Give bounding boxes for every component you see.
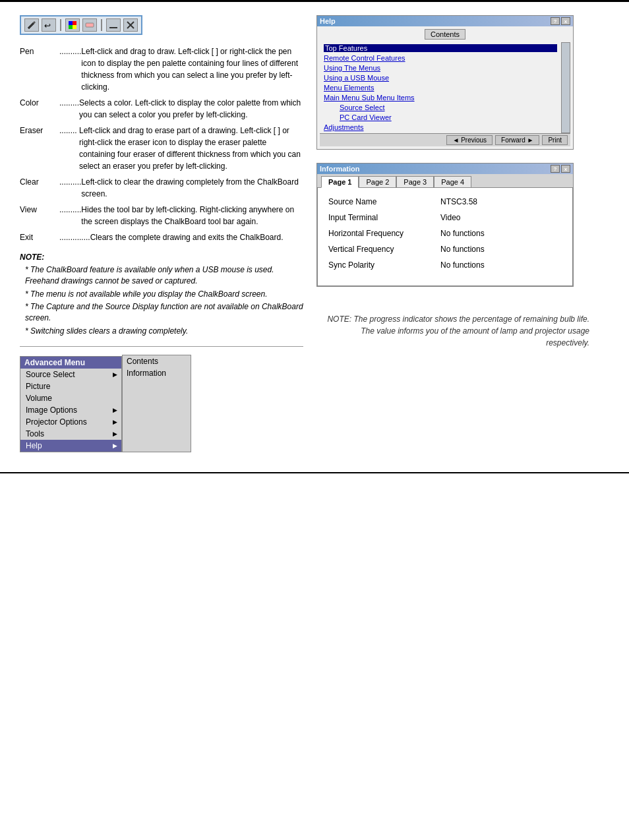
- term-pen: Pen: [20, 45, 59, 93]
- help-content-area: Top Features Remote Control Features Usi…: [320, 42, 561, 133]
- desc-exit: Exit .............. Clears the complete …: [20, 231, 303, 243]
- help-link-using-menus[interactable]: Using The Menus: [324, 64, 557, 72]
- menu-label-picture: Picture: [26, 382, 50, 391]
- desc-view: View .......... Hides the tool bar by le…: [20, 204, 303, 227]
- dots-clear: ..........: [59, 176, 81, 200]
- note-item-1: The menu is not available while you disp…: [25, 289, 303, 300]
- help-tab-bar: Contents: [320, 29, 570, 40]
- minimize-icon[interactable]: [106, 18, 121, 32]
- bottom-note-line1: NOTE: The progress indicator shows the p…: [316, 313, 589, 325]
- dots-view: ..........: [59, 204, 81, 227]
- svg-text:↩: ↩: [44, 21, 51, 30]
- dots-eraser: ........: [59, 125, 79, 172]
- help-scrollbar[interactable]: [561, 42, 570, 133]
- info-tab-page1[interactable]: Page 1: [321, 176, 359, 188]
- help-titlebar: Help ? x: [317, 16, 573, 26]
- help-link-main-menu[interactable]: Main Menu Sub Menu Items: [324, 94, 557, 102]
- def-view: Hides the tool bar by left-clicking. Rig…: [81, 204, 303, 227]
- menu-item-volume[interactable]: Volume: [20, 392, 121, 404]
- pen-icon[interactable]: [24, 18, 39, 32]
- prev-button[interactable]: ◄ Previous: [446, 135, 493, 145]
- help-link-source-select[interactable]: Source Select: [340, 104, 557, 111]
- menu-item-source-select[interactable]: Source Select ▶: [20, 369, 121, 380]
- info-row-sync-polarity: Sync Polarity No functions: [328, 260, 562, 270]
- eraser-icon[interactable]: [82, 18, 97, 32]
- toolbar: ↩: [20, 15, 142, 35]
- help-close-btn[interactable]: x: [561, 17, 570, 25]
- info-body: Source Name NTSC3.58 Input Terminal Vide…: [317, 188, 573, 286]
- undo-icon[interactable]: ↩: [42, 18, 56, 32]
- info-value-input-terminal: Video: [440, 213, 460, 222]
- menu-label-help: Help: [26, 441, 42, 450]
- bottom-note-line2: The value informs you of the amount of l…: [316, 325, 589, 349]
- svg-rect-2: [73, 21, 76, 25]
- arrow-projector-options: ▶: [113, 419, 117, 425]
- menu-label-volume: Volume: [26, 394, 52, 403]
- info-title: Information: [320, 165, 360, 173]
- info-label-sync-polarity: Sync Polarity: [328, 260, 440, 270]
- menu-item-image-options[interactable]: Image Options ▶: [20, 404, 121, 416]
- help-nav-bar: ◄ Previous Forward ► Print: [320, 133, 570, 146]
- info-tab-page2[interactable]: Page 2: [359, 176, 396, 187]
- term-eraser: Eraser: [20, 125, 59, 172]
- menu-label-projector-options: Projector Options: [26, 417, 87, 427]
- help-win-controls: ? x: [551, 17, 570, 25]
- info-label-source-name: Source Name: [328, 197, 440, 206]
- help-link-top-features[interactable]: Top Features: [324, 44, 557, 52]
- menu-item-tools[interactable]: Tools ▶: [20, 428, 121, 440]
- desc-color: Color ......... Selects a color. Left-cl…: [20, 97, 303, 121]
- color-icon[interactable]: [65, 18, 80, 32]
- info-tab-page3[interactable]: Page 3: [396, 176, 434, 187]
- info-titlebar: Information ? x: [317, 164, 573, 174]
- info-value-sync-polarity: No functions: [440, 260, 485, 270]
- help-link-adjustments[interactable]: Adjustments: [324, 123, 557, 131]
- advanced-menu: Advanced Menu Source Select ▶ Picture Vo…: [20, 356, 122, 452]
- help-tab-contents[interactable]: Contents: [425, 29, 465, 40]
- desc-eraser: Eraser ........ Left-click and drag to e…: [20, 125, 303, 172]
- submenu-information[interactable]: Information: [123, 367, 191, 379]
- print-button[interactable]: Print: [542, 135, 568, 145]
- bottom-note: NOTE: The progress indicator shows the p…: [316, 313, 609, 349]
- arrow-image-options: ▶: [113, 407, 117, 413]
- forward-button[interactable]: Forward ►: [495, 135, 539, 145]
- left-column: ↩ Pen: [20, 15, 303, 452]
- dots-pen: ..........: [59, 45, 81, 93]
- note-title: NOTE:: [20, 253, 303, 262]
- desc-clear: Clear .......... Left-click to clear the…: [20, 176, 303, 200]
- info-row-source-name: Source Name NTSC3.58: [328, 197, 562, 206]
- menu-item-projector-options[interactable]: Projector Options ▶: [20, 416, 121, 428]
- desc-pen: Pen .......... Left-click and drag to dr…: [20, 45, 303, 93]
- advanced-menu-title: Advanced Menu: [20, 357, 121, 369]
- help-link-remote-control[interactable]: Remote Control Features: [324, 54, 557, 62]
- submenu-contents[interactable]: Contents: [123, 355, 191, 367]
- help-link-pc-card-viewer[interactable]: PC Card Viewer: [340, 113, 557, 121]
- menu-item-picture[interactable]: Picture: [20, 380, 121, 392]
- info-label-horiz-freq: Horizontal Frequency: [328, 229, 440, 238]
- info-value-vert-freq: No functions: [440, 245, 485, 254]
- info-close-btn[interactable]: x: [561, 165, 570, 173]
- info-question-btn[interactable]: ?: [551, 165, 560, 173]
- page-container: ↩ Pen: [0, 0, 629, 840]
- advanced-menu-container: Advanced Menu Source Select ▶ Picture Vo…: [20, 356, 303, 452]
- help-link-usb-mouse[interactable]: Using a USB Mouse: [324, 74, 557, 82]
- submenu-wrapper: Advanced Menu Source Select ▶ Picture Vo…: [20, 356, 303, 452]
- svg-rect-4: [73, 25, 76, 29]
- info-row-input-terminal: Input Terminal Video: [328, 213, 562, 222]
- def-exit: Clears the complete drawing and exits th…: [90, 231, 303, 243]
- close-icon[interactable]: [123, 18, 138, 32]
- help-question-btn[interactable]: ?: [551, 17, 560, 25]
- def-pen: Left-click and drag to draw. Left-click …: [81, 45, 303, 93]
- svg-rect-3: [69, 25, 73, 29]
- note-section: NOTE: The ChalkBoard feature is availabl…: [20, 253, 303, 337]
- help-submenu: Contents Information: [122, 355, 191, 452]
- info-tab-page4[interactable]: Page 4: [434, 176, 471, 187]
- menu-item-help[interactable]: Help ▶: [20, 440, 121, 452]
- note-item-3: Switching slides clears a drawing comple…: [25, 326, 303, 337]
- description-list: Pen .......... Left-click and drag to dr…: [20, 45, 303, 243]
- def-color: Selects a color. Left-click to display t…: [79, 97, 303, 121]
- info-tabs: Page 1 Page 2 Page 3 Page 4: [317, 174, 573, 188]
- help-link-menu-elements[interactable]: Menu Elements: [324, 84, 557, 92]
- info-value-horiz-freq: No functions: [440, 229, 485, 238]
- term-view: View: [20, 204, 59, 227]
- bottom-rule: [0, 472, 629, 473]
